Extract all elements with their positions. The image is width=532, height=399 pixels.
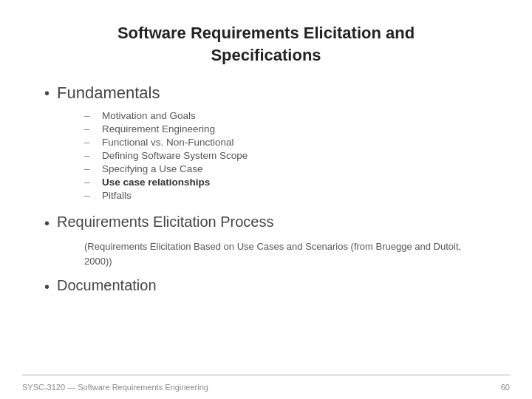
- dash-icon: –: [84, 137, 95, 148]
- dash-icon: –: [84, 123, 95, 134]
- documentation-section: • Documentation: [44, 277, 488, 296]
- list-item: – Defining Software System Scope: [84, 150, 488, 161]
- footer: SYSC-3120 — Software Requirements Engine…: [22, 383, 510, 392]
- specifying-text: Specifying a Use Case: [102, 163, 203, 174]
- req-elicitation-heading: Requirements Elicitation Process: [57, 214, 273, 231]
- dash-icon: –: [84, 190, 95, 201]
- list-item: – Pitfalls: [84, 190, 488, 201]
- dash-icon: –: [84, 110, 95, 121]
- title-block: Software Requirements Elicitation and Sp…: [44, 22, 488, 66]
- list-item: – Functional vs. Non-Functional: [84, 137, 488, 148]
- pitfalls-text: Pitfalls: [102, 190, 132, 201]
- footer-left: SYSC-3120 — Software Requirements Engine…: [22, 383, 208, 392]
- fundamentals-section: • Fundamentals: [44, 83, 488, 103]
- list-item: – Requirement Engineering: [84, 123, 488, 134]
- list-item: – Specifying a Use Case: [84, 163, 488, 174]
- functional-text: Functional vs. Non-Functional: [102, 137, 234, 148]
- req-elicitation-detail: (Requirements Elicitation Based on Use C…: [84, 241, 461, 267]
- documentation-heading: Documentation: [57, 277, 157, 294]
- footer-divider: [22, 375, 510, 375]
- req-eng-text: Requirement Engineering: [102, 123, 215, 134]
- fundamentals-heading: Fundamentals: [57, 83, 160, 103]
- footer-right: 60: [501, 383, 510, 392]
- req-elicitation-indent: (Requirements Elicitation Based on Use C…: [84, 239, 488, 268]
- fundamentals-sublist: – Motivation and Goals – Requirement Eng…: [84, 110, 488, 203]
- defining-text: Defining Software System Scope: [102, 150, 248, 161]
- slide-container: Software Requirements Elicitation and Sp…: [0, 0, 532, 399]
- bullet-documentation: •: [44, 279, 50, 296]
- list-item: – Motivation and Goals: [84, 110, 488, 121]
- list-item: – Use case relationships: [84, 177, 488, 188]
- motivation-goals-text: Motivation and Goals: [102, 110, 196, 121]
- title-line2: Specifications: [211, 46, 321, 64]
- bullet-req-elicitation: •: [44, 215, 50, 232]
- bullet-fundamentals: •: [44, 85, 50, 102]
- slide-title: Software Requirements Elicitation and Sp…: [44, 22, 488, 66]
- req-elicitation-section: • Requirements Elicitation Process: [44, 214, 488, 232]
- use-case-rel-text: Use case relationships: [102, 177, 210, 188]
- dash-icon: –: [84, 177, 95, 188]
- title-line1: Software Requirements Elicitation and: [117, 24, 415, 42]
- dash-icon: –: [84, 150, 95, 161]
- dash-icon: –: [84, 163, 95, 174]
